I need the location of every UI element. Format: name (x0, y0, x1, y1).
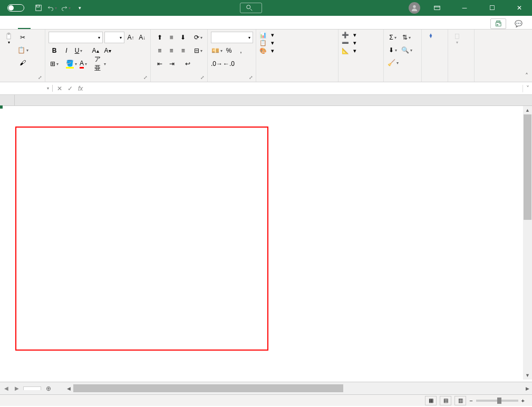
sort-filter-button[interactable]: ⇅ (401, 32, 412, 43)
align-top-icon[interactable]: ⬆ (154, 32, 165, 43)
tab-docuworks[interactable] (119, 25, 132, 29)
find-select-button[interactable]: 🔍 (401, 44, 412, 56)
minimize-button[interactable]: ─ (454, 2, 475, 14)
conditional-formatting-button[interactable]: 📊 ▾ (259, 32, 335, 38)
increase-font-icon[interactable]: A↑ (126, 32, 136, 43)
tab-formulas[interactable] (56, 25, 69, 29)
merge-button[interactable]: ⊟ (193, 45, 204, 56)
comment-button[interactable]: 💬 (510, 19, 527, 28)
accounting-format-icon[interactable]: 💴 (211, 45, 223, 56)
tab-page-layout[interactable] (43, 25, 56, 29)
fx-icon[interactable]: fx (78, 85, 83, 92)
save-icon[interactable] (34, 3, 43, 13)
autosave-toggle[interactable] (2, 4, 30, 12)
horizontal-scroll-thumb[interactable] (73, 384, 343, 392)
tab-home[interactable] (18, 24, 31, 29)
select-all-corner[interactable] (0, 95, 15, 105)
bold-button[interactable]: B (49, 45, 60, 56)
add-sheet-button[interactable]: ⊕ (43, 383, 54, 394)
delete-cells-button[interactable]: ➖ ▾ (342, 40, 380, 46)
fill-color-button[interactable]: 🪣 (65, 58, 77, 70)
page-layout-view-icon[interactable]: ▤ (440, 396, 451, 405)
undo-button[interactable] (47, 3, 57, 13)
ribbon-display-options[interactable] (427, 2, 448, 14)
tab-view[interactable] (94, 25, 107, 29)
tab-acrobat[interactable] (132, 25, 144, 29)
align-center-icon[interactable]: ≡ (166, 45, 177, 56)
zoom-in-button[interactable]: + (521, 398, 525, 404)
zoom-slider[interactable] (476, 400, 518, 402)
font-size-select[interactable]: ▾ (104, 32, 124, 43)
number-dialog-launcher[interactable]: ⤢ (249, 75, 254, 80)
underline-button[interactable]: U (73, 45, 84, 56)
format-as-table-button[interactable]: 📋 ▾ (259, 40, 335, 46)
scroll-down-icon[interactable]: ▼ (523, 371, 532, 380)
tab-help[interactable] (107, 25, 119, 29)
insert-cells-button[interactable]: ➕ ▾ (342, 32, 380, 38)
format-painter-button[interactable]: 🖌 (17, 57, 28, 69)
alignment-dialog-launcher[interactable]: ⤢ (200, 75, 206, 80)
fill-button[interactable]: ⬇ (387, 44, 399, 56)
cancel-formula-icon[interactable]: ✕ (57, 85, 62, 92)
font-color-button[interactable]: A (78, 58, 89, 70)
format-cells-button[interactable]: 📐 ▾ (342, 47, 380, 54)
tab-data[interactable] (69, 25, 81, 29)
qat-customize[interactable]: ▾ (75, 3, 84, 13)
sheet-nav-next[interactable]: ▶ (13, 384, 21, 393)
scroll-right-icon[interactable]: ▶ (523, 384, 532, 393)
tab-file[interactable] (5, 25, 18, 29)
scroll-up-icon[interactable]: ▲ (523, 105, 532, 114)
vertical-scrollbar[interactable]: ▲ ▼ (523, 105, 532, 380)
wrap-text-icon[interactable]: ↩ (182, 58, 194, 70)
enter-formula-icon[interactable]: ✓ (67, 85, 73, 92)
decrease-font-icon[interactable]: A↓ (137, 32, 147, 43)
autosum-button[interactable]: Σ (387, 32, 399, 43)
sheet-nav-prev[interactable]: ◀ (2, 384, 11, 393)
maximize-button[interactable]: ☐ (481, 2, 502, 14)
border-button[interactable]: ⊞ (49, 58, 60, 70)
align-left-icon[interactable]: ≡ (154, 45, 165, 56)
sensitivity-button[interactable]: ▾ (451, 32, 463, 80)
number-format-select[interactable]: ▾ (211, 32, 253, 43)
expand-formula-bar[interactable]: ˅ (523, 85, 532, 92)
clipboard-dialog-launcher[interactable]: ⤢ (38, 75, 43, 80)
align-right-icon[interactable]: ≡ (178, 45, 189, 56)
decrease-decimal-icon[interactable]: ←.0 (223, 58, 235, 70)
cell-styles-button[interactable]: 🎨 ▾ (259, 47, 335, 54)
page-break-view-icon[interactable]: ▥ (454, 396, 466, 405)
font-name-select[interactable]: ▾ (49, 32, 103, 43)
horizontal-scrollbar[interactable]: ◀ ▶ (64, 382, 532, 394)
comma-icon[interactable]: , (235, 45, 247, 56)
redo-button[interactable] (61, 3, 71, 13)
increase-indent-icon[interactable]: ⇥ (166, 58, 178, 70)
cut-button[interactable]: ✂ (17, 32, 28, 43)
clear-button[interactable]: 🧹 (387, 57, 399, 69)
close-button[interactable]: ✕ (509, 2, 530, 14)
decrease-font-alt[interactable]: A▾ (102, 45, 113, 56)
italic-button[interactable]: I (61, 45, 72, 56)
name-box[interactable]: ▾ (0, 85, 53, 92)
decrease-indent-icon[interactable]: ⇤ (154, 58, 166, 70)
copy-button[interactable]: 📋 (17, 44, 28, 56)
tab-insert[interactable] (31, 25, 43, 29)
search-box[interactable] (240, 3, 262, 13)
percent-icon[interactable]: % (223, 45, 235, 56)
align-bottom-icon[interactable]: ⬇ (178, 32, 189, 43)
paste-button[interactable]: ▾ (3, 32, 15, 80)
formula-input[interactable] (87, 88, 523, 90)
vertical-scroll-thumb[interactable] (524, 114, 531, 220)
zoom-out-button[interactable]: − (469, 398, 472, 404)
share-button[interactable]: 🖆 (490, 18, 506, 29)
normal-view-icon[interactable]: ▦ (425, 396, 437, 405)
increase-decimal-icon[interactable]: .0→ (211, 58, 223, 70)
user-account[interactable] (407, 2, 420, 14)
orientation-icon[interactable]: ⟳ (193, 32, 204, 43)
scroll-left-icon[interactable]: ◀ (64, 384, 73, 393)
font-dialog-launcher[interactable]: ⤢ (143, 75, 149, 80)
collapse-ribbon-icon[interactable]: ˄ (521, 30, 532, 82)
sheet-tab-sheet1[interactable] (23, 386, 41, 390)
align-middle-icon[interactable]: ≡ (166, 32, 177, 43)
ideas-button[interactable] (425, 32, 437, 80)
tab-review[interactable] (81, 25, 94, 29)
phonetic-button[interactable]: ア亜 (94, 58, 106, 70)
